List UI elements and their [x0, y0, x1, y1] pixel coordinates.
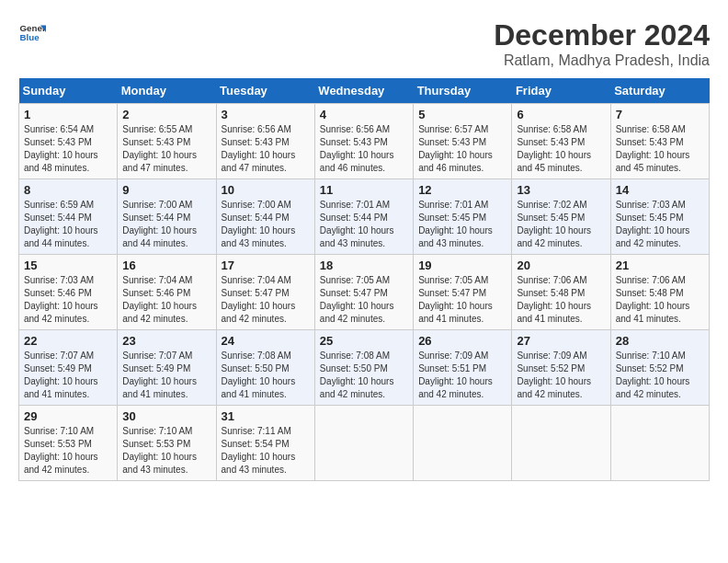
day-number: 20 — [517, 259, 605, 272]
logo: General Blue — [18, 18, 46, 46]
day-header-monday: Monday — [118, 78, 216, 104]
calendar-week-row: 22Sunrise: 7:07 AM Sunset: 5:49 PM Dayli… — [19, 330, 710, 406]
day-info: Sunrise: 7:04 AM Sunset: 5:47 PM Dayligh… — [222, 274, 310, 326]
day-info: Sunrise: 7:06 AM Sunset: 5:48 PM Dayligh… — [517, 274, 605, 326]
day-number: 13 — [517, 183, 605, 197]
day-info: Sunrise: 7:00 AM Sunset: 5:44 PM Dayligh… — [122, 199, 210, 250]
day-info: Sunrise: 7:05 AM Sunset: 5:47 PM Dayligh… — [418, 274, 506, 326]
logo-icon: General Blue — [18, 18, 46, 46]
day-info: Sunrise: 7:05 AM Sunset: 5:47 PM Dayligh… — [320, 274, 408, 326]
day-info: Sunrise: 7:03 AM Sunset: 5:46 PM Dayligh… — [24, 274, 112, 326]
calendar-cell: 25Sunrise: 7:08 AM Sunset: 5:50 PM Dayli… — [314, 330, 413, 406]
day-header-thursday: Thursday — [414, 78, 512, 104]
calendar-cell — [512, 406, 610, 481]
day-info: Sunrise: 7:00 AM Sunset: 5:44 PM Dayligh… — [222, 199, 310, 250]
day-header-friday: Friday — [512, 78, 610, 104]
day-info: Sunrise: 7:08 AM Sunset: 5:50 PM Dayligh… — [222, 350, 310, 401]
day-number: 2 — [122, 108, 210, 121]
calendar-cell: 15Sunrise: 7:03 AM Sunset: 5:46 PM Dayli… — [19, 255, 118, 330]
calendar-cell: 17Sunrise: 7:04 AM Sunset: 5:47 PM Dayli… — [216, 255, 314, 330]
calendar-week-row: 1Sunrise: 6:54 AM Sunset: 5:43 PM Daylig… — [19, 104, 710, 179]
calendar-cell: 10Sunrise: 7:00 AM Sunset: 5:44 PM Dayli… — [216, 179, 314, 255]
calendar-table: SundayMondayTuesdayWednesdayThursdayFrid… — [18, 78, 710, 481]
day-info: Sunrise: 6:54 AM Sunset: 5:43 PM Dayligh… — [24, 123, 112, 175]
day-number: 7 — [616, 108, 704, 121]
day-info: Sunrise: 7:01 AM Sunset: 5:44 PM Dayligh… — [320, 199, 408, 250]
day-info: Sunrise: 7:09 AM Sunset: 5:51 PM Dayligh… — [418, 350, 506, 401]
day-number: 25 — [320, 334, 408, 348]
calendar-cell: 30Sunrise: 7:10 AM Sunset: 5:53 PM Dayli… — [118, 406, 216, 481]
day-info: Sunrise: 6:57 AM Sunset: 5:43 PM Dayligh… — [418, 123, 506, 175]
day-number: 29 — [24, 409, 112, 423]
calendar-cell: 19Sunrise: 7:05 AM Sunset: 5:47 PM Dayli… — [414, 255, 512, 330]
calendar-cell: 6Sunrise: 6:58 AM Sunset: 5:43 PM Daylig… — [512, 104, 610, 179]
day-number: 30 — [122, 409, 210, 423]
day-info: Sunrise: 6:58 AM Sunset: 5:43 PM Dayligh… — [517, 123, 605, 175]
day-header-wednesday: Wednesday — [314, 78, 413, 104]
calendar-cell: 5Sunrise: 6:57 AM Sunset: 5:43 PM Daylig… — [414, 104, 512, 179]
day-info: Sunrise: 7:07 AM Sunset: 5:49 PM Dayligh… — [24, 350, 112, 401]
page-header: General Blue December 2024 Ratlam, Madhy… — [18, 18, 710, 69]
day-number: 24 — [222, 334, 310, 348]
calendar-cell: 16Sunrise: 7:04 AM Sunset: 5:46 PM Dayli… — [118, 255, 216, 330]
day-number: 27 — [517, 334, 605, 348]
calendar-title: December 2024 — [494, 18, 710, 52]
day-number: 21 — [616, 259, 704, 272]
calendar-cell: 3Sunrise: 6:56 AM Sunset: 5:43 PM Daylig… — [216, 104, 314, 179]
day-number: 9 — [122, 183, 210, 197]
calendar-week-row: 29Sunrise: 7:10 AM Sunset: 5:53 PM Dayli… — [19, 406, 710, 481]
day-number: 31 — [222, 409, 310, 423]
day-number: 15 — [24, 259, 112, 272]
day-info: Sunrise: 7:04 AM Sunset: 5:46 PM Dayligh… — [122, 274, 210, 326]
svg-text:General: General — [20, 23, 47, 33]
day-number: 10 — [222, 183, 310, 197]
day-number: 4 — [320, 108, 408, 121]
day-number: 5 — [418, 108, 506, 121]
day-number: 1 — [24, 108, 112, 121]
calendar-cell: 9Sunrise: 7:00 AM Sunset: 5:44 PM Daylig… — [118, 179, 216, 255]
calendar-cell: 7Sunrise: 6:58 AM Sunset: 5:43 PM Daylig… — [610, 104, 709, 179]
day-number: 11 — [320, 183, 408, 197]
calendar-cell: 22Sunrise: 7:07 AM Sunset: 5:49 PM Dayli… — [19, 330, 118, 406]
calendar-cell: 13Sunrise: 7:02 AM Sunset: 5:45 PM Dayli… — [512, 179, 610, 255]
calendar-cell: 21Sunrise: 7:06 AM Sunset: 5:48 PM Dayli… — [610, 255, 709, 330]
day-number: 22 — [24, 334, 112, 348]
day-info: Sunrise: 7:07 AM Sunset: 5:49 PM Dayligh… — [122, 350, 210, 401]
day-number: 12 — [418, 183, 506, 197]
calendar-cell: 2Sunrise: 6:55 AM Sunset: 5:43 PM Daylig… — [118, 104, 216, 179]
calendar-cell: 24Sunrise: 7:08 AM Sunset: 5:50 PM Dayli… — [216, 330, 314, 406]
calendar-cell: 4Sunrise: 6:56 AM Sunset: 5:43 PM Daylig… — [314, 104, 413, 179]
day-number: 26 — [418, 334, 506, 348]
day-number: 14 — [616, 183, 704, 197]
day-info: Sunrise: 7:06 AM Sunset: 5:48 PM Dayligh… — [616, 274, 704, 326]
day-header-sunday: Sunday — [19, 78, 118, 104]
calendar-subtitle: Ratlam, Madhya Pradesh, India — [494, 52, 710, 69]
calendar-cell: 23Sunrise: 7:07 AM Sunset: 5:49 PM Dayli… — [118, 330, 216, 406]
calendar-cell: 31Sunrise: 7:11 AM Sunset: 5:54 PM Dayli… — [216, 406, 314, 481]
calendar-header-row: SundayMondayTuesdayWednesdayThursdayFrid… — [19, 78, 710, 104]
day-number: 8 — [24, 183, 112, 197]
svg-text:Blue: Blue — [20, 32, 40, 42]
calendar-cell: 18Sunrise: 7:05 AM Sunset: 5:47 PM Dayli… — [314, 255, 413, 330]
day-header-saturday: Saturday — [610, 78, 709, 104]
calendar-week-row: 15Sunrise: 7:03 AM Sunset: 5:46 PM Dayli… — [19, 255, 710, 330]
day-info: Sunrise: 6:58 AM Sunset: 5:43 PM Dayligh… — [616, 123, 704, 175]
day-info: Sunrise: 6:59 AM Sunset: 5:44 PM Dayligh… — [24, 199, 112, 250]
calendar-cell: 26Sunrise: 7:09 AM Sunset: 5:51 PM Dayli… — [414, 330, 512, 406]
calendar-cell — [314, 406, 413, 481]
calendar-cell: 11Sunrise: 7:01 AM Sunset: 5:44 PM Dayli… — [314, 179, 413, 255]
calendar-cell: 29Sunrise: 7:10 AM Sunset: 5:53 PM Dayli… — [19, 406, 118, 481]
day-info: Sunrise: 7:08 AM Sunset: 5:50 PM Dayligh… — [320, 350, 408, 401]
day-number: 3 — [222, 108, 310, 121]
day-number: 28 — [616, 334, 704, 348]
calendar-cell: 28Sunrise: 7:10 AM Sunset: 5:52 PM Dayli… — [610, 330, 709, 406]
day-number: 18 — [320, 259, 408, 272]
calendar-cell: 20Sunrise: 7:06 AM Sunset: 5:48 PM Dayli… — [512, 255, 610, 330]
day-info: Sunrise: 7:10 AM Sunset: 5:53 PM Dayligh… — [122, 425, 210, 477]
calendar-cell: 12Sunrise: 7:01 AM Sunset: 5:45 PM Dayli… — [414, 179, 512, 255]
calendar-cell: 14Sunrise: 7:03 AM Sunset: 5:45 PM Dayli… — [610, 179, 709, 255]
day-number: 16 — [122, 259, 210, 272]
day-info: Sunrise: 7:11 AM Sunset: 5:54 PM Dayligh… — [222, 425, 310, 477]
calendar-cell: 8Sunrise: 6:59 AM Sunset: 5:44 PM Daylig… — [19, 179, 118, 255]
calendar-cell — [610, 406, 709, 481]
